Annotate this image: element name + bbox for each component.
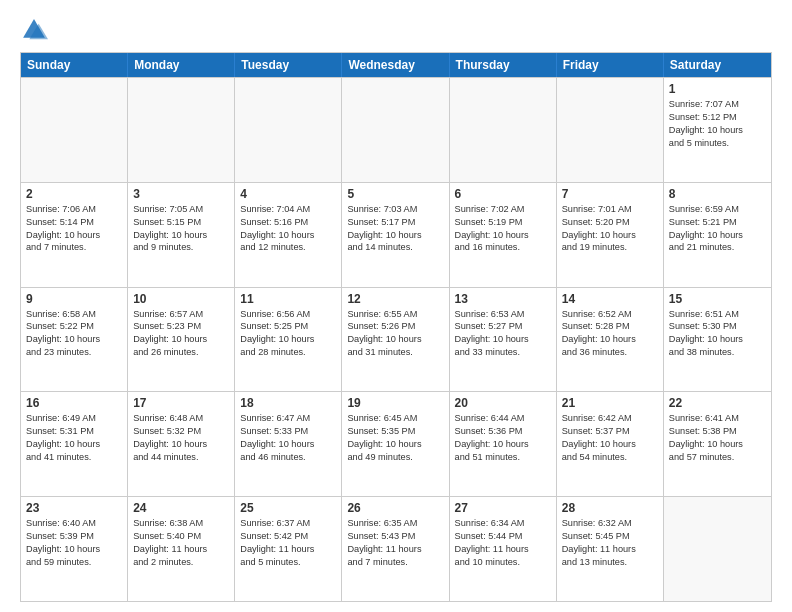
day-number: 10 — [133, 292, 229, 306]
cell-text: Sunrise: 6:45 AM Sunset: 5:35 PM Dayligh… — [347, 412, 443, 464]
calendar-cell — [664, 497, 771, 601]
calendar-row: 9Sunrise: 6:58 AM Sunset: 5:22 PM Daylig… — [21, 287, 771, 392]
calendar-cell: 4Sunrise: 7:04 AM Sunset: 5:16 PM Daylig… — [235, 183, 342, 287]
day-number: 14 — [562, 292, 658, 306]
calendar-cell: 15Sunrise: 6:51 AM Sunset: 5:30 PM Dayli… — [664, 288, 771, 392]
day-number: 11 — [240, 292, 336, 306]
cell-text: Sunrise: 6:35 AM Sunset: 5:43 PM Dayligh… — [347, 517, 443, 569]
calendar-header-cell: Tuesday — [235, 53, 342, 77]
calendar-cell: 22Sunrise: 6:41 AM Sunset: 5:38 PM Dayli… — [664, 392, 771, 496]
calendar-cell: 6Sunrise: 7:02 AM Sunset: 5:19 PM Daylig… — [450, 183, 557, 287]
calendar-cell: 27Sunrise: 6:34 AM Sunset: 5:44 PM Dayli… — [450, 497, 557, 601]
cell-text: Sunrise: 7:02 AM Sunset: 5:19 PM Dayligh… — [455, 203, 551, 255]
day-number: 4 — [240, 187, 336, 201]
day-number: 8 — [669, 187, 766, 201]
cell-text: Sunrise: 6:32 AM Sunset: 5:45 PM Dayligh… — [562, 517, 658, 569]
calendar-cell — [450, 78, 557, 182]
cell-text: Sunrise: 7:05 AM Sunset: 5:15 PM Dayligh… — [133, 203, 229, 255]
day-number: 17 — [133, 396, 229, 410]
calendar-cell: 28Sunrise: 6:32 AM Sunset: 5:45 PM Dayli… — [557, 497, 664, 601]
calendar-cell: 23Sunrise: 6:40 AM Sunset: 5:39 PM Dayli… — [21, 497, 128, 601]
logo — [20, 16, 52, 44]
calendar-cell: 17Sunrise: 6:48 AM Sunset: 5:32 PM Dayli… — [128, 392, 235, 496]
day-number: 3 — [133, 187, 229, 201]
calendar-cell: 26Sunrise: 6:35 AM Sunset: 5:43 PM Dayli… — [342, 497, 449, 601]
cell-text: Sunrise: 7:07 AM Sunset: 5:12 PM Dayligh… — [669, 98, 766, 150]
calendar-header-cell: Wednesday — [342, 53, 449, 77]
calendar-cell: 5Sunrise: 7:03 AM Sunset: 5:17 PM Daylig… — [342, 183, 449, 287]
cell-text: Sunrise: 7:03 AM Sunset: 5:17 PM Dayligh… — [347, 203, 443, 255]
cell-text: Sunrise: 6:40 AM Sunset: 5:39 PM Dayligh… — [26, 517, 122, 569]
calendar-cell — [235, 78, 342, 182]
calendar-row: 23Sunrise: 6:40 AM Sunset: 5:39 PM Dayli… — [21, 496, 771, 601]
cell-text: Sunrise: 6:52 AM Sunset: 5:28 PM Dayligh… — [562, 308, 658, 360]
cell-text: Sunrise: 7:04 AM Sunset: 5:16 PM Dayligh… — [240, 203, 336, 255]
calendar-cell: 10Sunrise: 6:57 AM Sunset: 5:23 PM Dayli… — [128, 288, 235, 392]
day-number: 7 — [562, 187, 658, 201]
day-number: 2 — [26, 187, 122, 201]
cell-text: Sunrise: 6:49 AM Sunset: 5:31 PM Dayligh… — [26, 412, 122, 464]
day-number: 25 — [240, 501, 336, 515]
calendar-body: 1Sunrise: 7:07 AM Sunset: 5:12 PM Daylig… — [21, 77, 771, 601]
calendar-cell: 21Sunrise: 6:42 AM Sunset: 5:37 PM Dayli… — [557, 392, 664, 496]
day-number: 21 — [562, 396, 658, 410]
calendar-header-cell: Thursday — [450, 53, 557, 77]
calendar: SundayMondayTuesdayWednesdayThursdayFrid… — [20, 52, 772, 602]
cell-text: Sunrise: 6:59 AM Sunset: 5:21 PM Dayligh… — [669, 203, 766, 255]
day-number: 6 — [455, 187, 551, 201]
day-number: 12 — [347, 292, 443, 306]
calendar-cell: 24Sunrise: 6:38 AM Sunset: 5:40 PM Dayli… — [128, 497, 235, 601]
calendar-cell: 18Sunrise: 6:47 AM Sunset: 5:33 PM Dayli… — [235, 392, 342, 496]
cell-text: Sunrise: 6:37 AM Sunset: 5:42 PM Dayligh… — [240, 517, 336, 569]
day-number: 16 — [26, 396, 122, 410]
calendar-cell — [21, 78, 128, 182]
calendar-cell: 9Sunrise: 6:58 AM Sunset: 5:22 PM Daylig… — [21, 288, 128, 392]
calendar-header: SundayMondayTuesdayWednesdayThursdayFrid… — [21, 53, 771, 77]
calendar-header-cell: Friday — [557, 53, 664, 77]
calendar-cell: 7Sunrise: 7:01 AM Sunset: 5:20 PM Daylig… — [557, 183, 664, 287]
calendar-row: 1Sunrise: 7:07 AM Sunset: 5:12 PM Daylig… — [21, 77, 771, 182]
calendar-cell — [342, 78, 449, 182]
calendar-cell: 1Sunrise: 7:07 AM Sunset: 5:12 PM Daylig… — [664, 78, 771, 182]
day-number: 23 — [26, 501, 122, 515]
day-number: 28 — [562, 501, 658, 515]
cell-text: Sunrise: 6:53 AM Sunset: 5:27 PM Dayligh… — [455, 308, 551, 360]
calendar-row: 2Sunrise: 7:06 AM Sunset: 5:14 PM Daylig… — [21, 182, 771, 287]
calendar-cell: 20Sunrise: 6:44 AM Sunset: 5:36 PM Dayli… — [450, 392, 557, 496]
calendar-cell: 19Sunrise: 6:45 AM Sunset: 5:35 PM Dayli… — [342, 392, 449, 496]
page: SundayMondayTuesdayWednesdayThursdayFrid… — [0, 0, 792, 612]
cell-text: Sunrise: 6:47 AM Sunset: 5:33 PM Dayligh… — [240, 412, 336, 464]
day-number: 13 — [455, 292, 551, 306]
calendar-header-cell: Sunday — [21, 53, 128, 77]
day-number: 1 — [669, 82, 766, 96]
cell-text: Sunrise: 6:44 AM Sunset: 5:36 PM Dayligh… — [455, 412, 551, 464]
cell-text: Sunrise: 6:34 AM Sunset: 5:44 PM Dayligh… — [455, 517, 551, 569]
calendar-row: 16Sunrise: 6:49 AM Sunset: 5:31 PM Dayli… — [21, 391, 771, 496]
calendar-cell: 14Sunrise: 6:52 AM Sunset: 5:28 PM Dayli… — [557, 288, 664, 392]
day-number: 27 — [455, 501, 551, 515]
calendar-cell — [557, 78, 664, 182]
cell-text: Sunrise: 6:38 AM Sunset: 5:40 PM Dayligh… — [133, 517, 229, 569]
day-number: 26 — [347, 501, 443, 515]
day-number: 9 — [26, 292, 122, 306]
cell-text: Sunrise: 6:48 AM Sunset: 5:32 PM Dayligh… — [133, 412, 229, 464]
cell-text: Sunrise: 6:41 AM Sunset: 5:38 PM Dayligh… — [669, 412, 766, 464]
cell-text: Sunrise: 6:57 AM Sunset: 5:23 PM Dayligh… — [133, 308, 229, 360]
calendar-cell: 3Sunrise: 7:05 AM Sunset: 5:15 PM Daylig… — [128, 183, 235, 287]
cell-text: Sunrise: 6:56 AM Sunset: 5:25 PM Dayligh… — [240, 308, 336, 360]
calendar-cell: 8Sunrise: 6:59 AM Sunset: 5:21 PM Daylig… — [664, 183, 771, 287]
calendar-cell: 11Sunrise: 6:56 AM Sunset: 5:25 PM Dayli… — [235, 288, 342, 392]
calendar-cell: 25Sunrise: 6:37 AM Sunset: 5:42 PM Dayli… — [235, 497, 342, 601]
calendar-cell: 16Sunrise: 6:49 AM Sunset: 5:31 PM Dayli… — [21, 392, 128, 496]
day-number: 24 — [133, 501, 229, 515]
calendar-cell: 13Sunrise: 6:53 AM Sunset: 5:27 PM Dayli… — [450, 288, 557, 392]
day-number: 5 — [347, 187, 443, 201]
day-number: 22 — [669, 396, 766, 410]
calendar-cell: 2Sunrise: 7:06 AM Sunset: 5:14 PM Daylig… — [21, 183, 128, 287]
calendar-header-cell: Monday — [128, 53, 235, 77]
cell-text: Sunrise: 6:55 AM Sunset: 5:26 PM Dayligh… — [347, 308, 443, 360]
cell-text: Sunrise: 6:42 AM Sunset: 5:37 PM Dayligh… — [562, 412, 658, 464]
calendar-header-cell: Saturday — [664, 53, 771, 77]
calendar-cell: 12Sunrise: 6:55 AM Sunset: 5:26 PM Dayli… — [342, 288, 449, 392]
day-number: 19 — [347, 396, 443, 410]
